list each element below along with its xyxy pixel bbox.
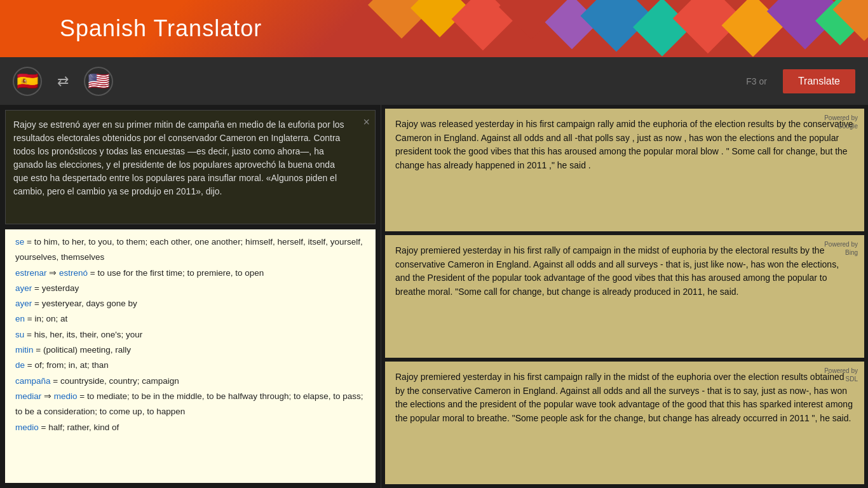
dict-entry-ayer-2: ayer = yesteryear, days gone by [15,296,365,311]
dict-word-su[interactable]: su [15,330,24,339]
dict-word-mitin[interactable]: mitin [15,345,34,355]
dictionary-panel: se = to him, to her, to you, to them; ea… [5,229,376,483]
dict-word-medio[interactable]: medio [54,391,78,401]
dict-entry-se: se = to him, to her, to you, to them; ea… [15,234,365,266]
powered-by-google: Powered by Google [824,114,858,130]
us-flag-icon: 🇺🇸 [88,71,110,92]
dict-word-ayer-1[interactable]: ayer [15,283,32,293]
dict-def-su: = his, her, its, their, one's; your [27,330,142,339]
swap-icon: ⇄ [57,73,69,90]
dict-def-de: = of; from; in, at; than [27,360,109,370]
keyboard-shortcut-label: F3 or [746,76,767,86]
dict-def-medio: = half; rather, kind of [41,423,119,432]
swap-languages-button[interactable]: ⇄ [51,70,74,93]
powered-by-sdl-line2: SDL [846,376,858,383]
translation-text-sdl: Rajoy premiered yesterday in his first c… [395,370,854,426]
powered-by-bing-line2: Bing [845,249,858,256]
dict-def-se: = to him, to her, to you, to them; each … [15,237,363,262]
dict-entry-mitin: mitin = (political) meeting, rally [15,342,365,358]
app-header: Spanish Translator [0,0,868,57]
dict-entry-su: su = his, her, its, their, one's; your [15,327,365,342]
dict-word-campana[interactable]: campaña [15,376,51,386]
dict-entry-medio: medio = half; rather, kind of [15,420,365,435]
dict-word-en[interactable]: en [15,314,25,323]
powered-by-bing-line1: Powered by [824,241,858,248]
dict-entry-en: en = in; on; at [15,311,365,327]
translation-text-bing: Rajoy premiered yesterday in his first r… [395,244,854,299]
dict-word-se[interactable]: se [15,237,24,247]
dict-def-ayer-1: = yesterday [34,283,79,293]
powered-by-sdl-line1: Powered by [824,367,858,374]
dict-def-campana: = countryside, country; campaign [53,376,179,386]
main-content: Rajoy se estrenó ayer en su primer mitin… [0,105,868,488]
right-panel: Powered by Google Rajoy was released yes… [381,105,868,488]
translation-text-google: Rajoy was released yesterday in his firs… [395,118,854,173]
powered-by-google-line2: Google [837,123,858,130]
toolbar: 🇪🇸 ⇄ 🇺🇸 F3 or Translate [0,57,868,105]
source-text-input[interactable]: Rajoy se estrenó ayer en su primer mitin… [6,111,375,224]
powered-by-google-line1: Powered by [824,114,858,121]
left-panel: Rajoy se estrenó ayer en su primer mitin… [0,105,381,488]
powered-by-sdl: Powered by SDL [824,367,858,383]
source-language-button[interactable]: 🇪🇸 [13,67,42,96]
dict-def-en: = in; on; at [27,314,67,323]
dict-arrow-1: ⇒ [49,268,59,278]
translate-button[interactable]: Translate [783,69,855,93]
spain-flag-icon: 🇪🇸 [17,71,39,92]
translation-card-google: Powered by Google Rajoy was released yes… [385,109,864,231]
dict-word-mediar[interactable]: mediar [15,391,41,401]
clear-input-button[interactable]: × [363,116,370,129]
powered-by-bing: Powered by Bing [824,240,858,257]
dict-word-medio-2[interactable]: medio [15,423,39,432]
dict-entry-mediar: mediar ⇒ medio = to mediate; to be in th… [15,389,365,420]
translation-card-bing: Powered by Bing Rajoy premiered yesterda… [385,235,864,358]
dict-def-mitin: = (political) meeting, rally [36,345,131,355]
translation-card-sdl: Powered by SDL Rajoy premiered yesterday… [385,362,864,484]
dict-entry-estrenar: estrenar ⇒ estrenó = to use for the firs… [15,266,365,281]
input-area: Rajoy se estrenó ayer en su primer mitin… [5,110,376,224]
target-language-button[interactable]: 🇺🇸 [84,67,113,96]
dict-word-estreno[interactable]: estrenó [59,268,88,278]
dict-entry-campana: campaña = countryside, country; campaign [15,374,365,389]
dict-word-estrenar[interactable]: estrenar [15,268,47,278]
dict-entry-ayer-1: ayer = yesterday [15,281,365,296]
dict-word-ayer-2[interactable]: ayer [15,299,32,308]
app-title: Spanish Translator [60,15,262,42]
dict-word-de[interactable]: de [15,360,25,370]
dict-def-ayer-2: = yesteryear, days gone by [34,299,137,308]
dict-arrow-2: ⇒ [44,391,54,401]
dict-def-estrenar: = to use for the first time; to premiere… [90,268,264,278]
dict-entry-de: de = of; from; in, at; than [15,358,365,373]
